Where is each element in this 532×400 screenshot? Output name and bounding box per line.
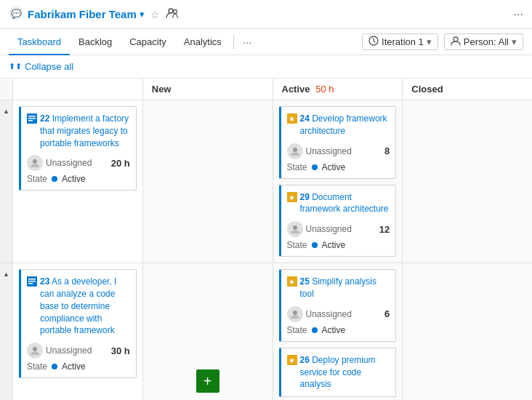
card-25-meta: Unassigned 6 [287,306,390,322]
svg-point-16 [293,225,297,230]
card-29-assignee: Unassigned [287,221,352,237]
card-26-id: 26 [300,355,310,365]
swimlane-2-closed-cell [403,263,532,400]
team-name[interactable]: Fabrikam Fiber Team [28,8,137,20]
card-22-id: 22 [40,113,49,124]
iteration-picker[interactable]: Iteration 1 ▾ [362,33,438,50]
board: New Active 50 h Closed ▲ [0,79,532,400]
card-22-assignee: Unassigned [27,155,92,171]
collapse-icon: ⬆⬆ [9,62,22,71]
card-24-hours: 8 [384,145,390,156]
card-26-type-icon: ★ [287,355,297,391]
iteration-label: Iteration 1 [382,36,424,47]
svg-point-24 [293,311,297,315]
toolbar: ⬆⬆ Collapse all [0,55,532,79]
card-22[interactable]: 22 Implement a factory that migrates leg… [19,106,137,191]
svg-point-10 [33,159,37,164]
svg-text:💬: 💬 [11,8,22,19]
card-24-state-dot [312,164,318,170]
swimlane-1-closed-cell [403,100,532,263]
star-icon[interactable]: ☆ [150,9,160,20]
card-24-title[interactable]: ★ 24 Develop framework architecture [287,113,390,137]
nav-item-capacity[interactable]: Capacity [121,29,175,55]
card-23-state: State Active [27,361,130,372]
swimlane-1: ▲ 22 Implement a factory that migrates l… [0,100,532,263]
card-24-id: 24 [300,113,310,124]
card-22-avatar [27,155,43,171]
nav-item-backlog[interactable]: Backlog [70,29,121,55]
card-29-title[interactable]: ★ 29 Document framework architecture [287,191,390,216]
team-icon: 💬 [9,6,23,23]
swimlane-1-todo-cell: 22 Implement a factory that migrates leg… [13,100,143,263]
card-29-id: 29 [300,192,310,202]
more-options-icon[interactable]: ··· [514,8,523,21]
card-25-avatar [287,306,303,322]
card-29-state-dot [312,242,318,248]
svg-text:★: ★ [289,115,295,123]
active-hours: 50 h [315,84,334,95]
top-bar: 💬 Fabrikam Fiber Team ▾ ☆ ··· [0,0,532,29]
svg-rect-8 [28,118,36,119]
nav-separator [233,35,234,49]
swimlane-2-active-cell: ★ 25 Simplify analysis tool Unassigned 6 [273,263,403,400]
team-chevron-icon[interactable]: ▾ [140,9,145,20]
col-header-new: New [143,79,273,100]
card-22-state: State Active [27,174,130,184]
card-29-hours: 12 [379,224,390,235]
people-icon[interactable] [166,7,179,22]
card-23-hours: 30 h [111,345,130,356]
iteration-chevron-icon: ▾ [427,36,432,47]
card-26[interactable]: ★ 26 Deploy premium service for code ana… [279,348,397,397]
col-header-todo [13,79,143,100]
card-25-id: 25 [300,276,310,287]
card-29-type-icon: ★ [287,192,297,216]
svg-point-2 [169,9,173,13]
card-22-meta: Unassigned 20 h [27,155,130,171]
swimlane-1-active-cell: ★ 24 Develop framework architecture Unas… [273,100,403,263]
card-24-assignee: Unassigned [287,143,352,159]
card-23-assignee: Unassigned [27,343,92,359]
svg-rect-20 [28,283,33,284]
card-29-state: State Active [287,240,390,250]
svg-point-13 [293,148,297,152]
person-picker[interactable]: Person: All ▾ [444,33,523,50]
person-chevron-icon: ▾ [512,36,517,47]
add-card-button[interactable]: + [196,369,219,393]
swimlane-1-toggle[interactable]: ▲ [0,100,13,263]
nav-item-analytics[interactable]: Analytics [175,29,230,55]
card-22-hours: 20 h [111,158,130,169]
person-icon [451,36,461,48]
card-25-hours: 6 [384,308,390,319]
nav-item-taskboard[interactable]: Taskboard [9,29,70,55]
svg-rect-7 [28,116,36,117]
card-29[interactable]: ★ 29 Document framework architecture Una… [279,185,397,257]
card-24-meta: Unassigned 8 [287,143,390,159]
svg-point-5 [454,37,458,41]
card-23-title[interactable]: 23 As a developer, I can analyze a code … [27,276,130,337]
swimlane-2-new-cell: + [143,263,273,400]
card-22-title[interactable]: 22 Implement a factory that migrates leg… [27,113,130,149]
card-24[interactable]: ★ 24 Develop framework architecture Unas… [279,106,397,179]
card-24-avatar [287,143,303,159]
nav-more-button[interactable]: ··· [237,36,258,48]
card-29-avatar [287,221,303,237]
svg-rect-18 [28,279,36,280]
card-23-state-dot [52,364,57,369]
card-25[interactable]: ★ 25 Simplify analysis tool Unassigned 6 [279,269,397,342]
svg-text:★: ★ [289,356,295,364]
collapse-all-button[interactable]: ⬆⬆ Collapse all [9,61,73,72]
iteration-icon [368,36,379,48]
person-label: Person: All [464,36,509,47]
card-23-avatar [27,343,43,359]
col-header-closed: Closed [403,79,532,100]
swimlane-2: ▲ 23 As a developer, I can analyze a cod… [0,263,532,400]
card-26-title[interactable]: ★ 26 Deploy premium service for code ana… [287,354,390,391]
swimlane-2-toggle[interactable]: ▲ [0,263,13,400]
card-23[interactable]: 23 As a developer, I can analyze a code … [19,269,137,378]
card-24-state: State Active [287,162,390,172]
col-header-active: Active 50 h [273,79,403,100]
card-22-type-icon [27,113,37,149]
card-25-title[interactable]: ★ 25 Simplify analysis tool [287,276,390,300]
card-29-meta: Unassigned 12 [287,221,390,237]
svg-point-3 [173,10,177,14]
